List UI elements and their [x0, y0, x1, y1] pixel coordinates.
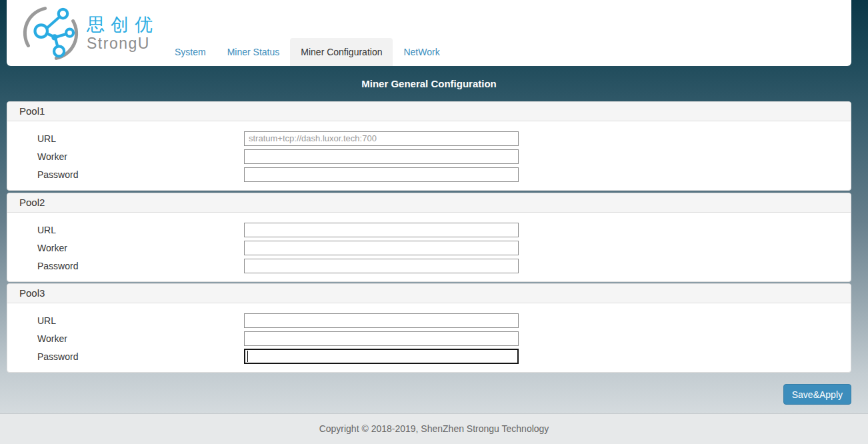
pool3-url-label: URL	[37, 315, 244, 326]
brand-name-english: StrongU	[87, 35, 159, 52]
footer: Copyright © 2018-2019, ShenZhen Strongu …	[0, 413, 868, 444]
pool2-panel: Pool2 URL Worker Password	[7, 193, 851, 282]
brand-name: 思创优 StrongU	[87, 15, 159, 52]
pool3-url-row: URL	[7, 311, 851, 329]
header-bar: 思创优 StrongU System Miner Status Miner Co…	[7, 0, 851, 66]
pool1-heading: Pool1	[7, 102, 851, 121]
strongu-network-logo-icon	[20, 5, 81, 61]
pool3-password-input[interactable]	[244, 349, 519, 364]
main-nav: System Miner Status Miner Configuration …	[164, 38, 451, 66]
pool3-worker-input[interactable]	[244, 331, 519, 346]
pool1-password-row: Password	[7, 165, 851, 183]
pool2-heading: Pool2	[7, 193, 851, 213]
nav-tab-system[interactable]: System	[164, 38, 217, 66]
save-apply-button[interactable]: Save&Apply	[783, 384, 851, 405]
pool3-panel: Pool3 URL Worker Password	[7, 283, 851, 373]
copyright-text: Copyright © 2018-2019, ShenZhen Strongu …	[319, 423, 549, 434]
pool2-url-row: URL	[7, 221, 851, 239]
pool2-body: URL Worker Password	[7, 213, 851, 275]
pool1-password-input[interactable]	[244, 167, 519, 182]
brand-logo: 思创优 StrongU	[20, 5, 159, 61]
pool2-password-input[interactable]	[244, 259, 519, 273]
pool3-url-input[interactable]	[244, 313, 519, 328]
nav-tab-network[interactable]: NetWork	[393, 38, 450, 66]
pool2-worker-label: Worker	[37, 243, 244, 253]
nav-tab-miner-status[interactable]: Miner Status	[217, 38, 291, 66]
pool3-heading: Pool3	[7, 284, 851, 303]
pool1-body: URL Worker Password	[7, 121, 851, 183]
pool2-url-label: URL	[37, 225, 244, 235]
pool2-worker-input[interactable]	[244, 241, 519, 255]
pool3-password-row: Password	[7, 347, 851, 365]
nav-tab-miner-configuration[interactable]: Miner Configuration	[290, 38, 393, 66]
page-title: Miner General Configuration	[7, 78, 851, 89]
pool1-worker-row: Worker	[7, 147, 851, 165]
pool3-password-label: Password	[37, 351, 244, 362]
pool1-password-label: Password	[37, 169, 244, 180]
text-caret	[247, 351, 248, 362]
pool3-body: URL Worker Password	[7, 303, 851, 365]
brand-name-chinese: 思创优	[87, 15, 159, 35]
pool2-password-row: Password	[7, 257, 851, 275]
pool1-panel: Pool1 URL Worker Password	[7, 101, 851, 191]
pool2-password-label: Password	[37, 261, 244, 271]
pool3-worker-label: Worker	[37, 333, 244, 344]
pool1-url-row: URL	[7, 129, 851, 147]
pool1-url-label: URL	[37, 133, 244, 144]
pool2-worker-row: Worker	[7, 239, 851, 257]
pool1-worker-input[interactable]	[244, 149, 519, 164]
pool1-url-input[interactable]	[244, 131, 519, 146]
pool1-worker-label: Worker	[37, 151, 244, 162]
pool3-worker-row: Worker	[7, 329, 851, 347]
pool2-url-input[interactable]	[244, 223, 519, 237]
